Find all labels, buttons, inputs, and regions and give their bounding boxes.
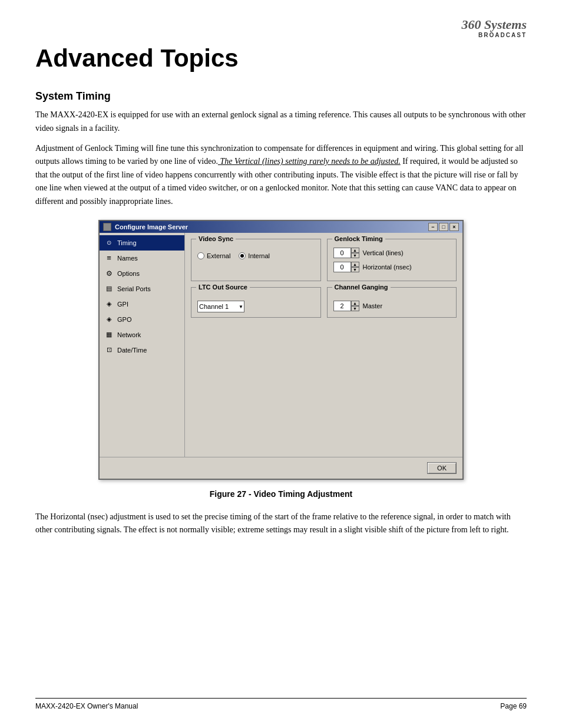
dialog-footer: OK: [100, 457, 462, 479]
nav-item-serial-ports[interactable]: Serial Ports: [100, 281, 184, 297]
vertical-input[interactable]: [333, 248, 351, 258]
nav-label-names: Names: [117, 255, 138, 262]
dialog-body: Timing Names Options Serial Ports GPI: [100, 233, 462, 457]
horizontal-spin-buttons[interactable]: ▲ ▼: [351, 262, 359, 272]
video-sync-panel: Video Sync External Internal: [191, 239, 321, 281]
gpo-icon: [104, 315, 114, 324]
minimize-button[interactable]: −: [428, 223, 438, 231]
vertical-label: Vertical (lines): [363, 249, 404, 256]
vertical-up-btn[interactable]: ▲: [351, 248, 359, 253]
nav-label-gpo: GPO: [117, 316, 131, 323]
serial-icon: [104, 284, 114, 294]
footer-right: Page 69: [500, 702, 527, 710]
page-footer: MAXX-2420-EX Owner's Manual Page 69: [35, 698, 527, 710]
page-title: Advanced Topics: [35, 44, 527, 73]
nav-item-options[interactable]: Options: [100, 266, 184, 281]
nav-item-datetime[interactable]: Date/Time: [100, 342, 184, 358]
internal-label: Internal: [248, 252, 270, 259]
top-row-panels: Video Sync External Internal: [191, 239, 457, 281]
maximize-button[interactable]: □: [439, 223, 448, 231]
nav-item-timing[interactable]: Timing: [100, 235, 184, 251]
options-icon: [104, 269, 114, 278]
nav-label-serial: Serial Ports: [117, 285, 151, 292]
section-heading: System Timing: [35, 90, 527, 103]
dialog-titlebar: Configure Image Server − □ ×: [100, 221, 462, 233]
horizontal-nsec-row: ▲ ▼ Horizontal (nsec): [333, 262, 451, 272]
nav-item-gpi[interactable]: GPI: [100, 297, 184, 312]
bottom-row-panels: LTC Out Source Channel 1 Channel 2 ▼: [191, 287, 457, 318]
gang-spinbox[interactable]: ▲ ▼: [333, 301, 359, 311]
dialog-container: Configure Image Server − □ × Timing Name…: [35, 220, 527, 480]
nav-item-names[interactable]: Names: [100, 251, 184, 266]
channel-ganging-panel: Channel Ganging ▲ ▼ Master: [327, 287, 457, 318]
ganging-legend: Channel Ganging: [332, 284, 391, 291]
dialog-title: Configure Image Server: [115, 223, 188, 230]
genlock-legend: Genlock Timing: [332, 235, 385, 242]
dialog-nav: Timing Names Options Serial Ports GPI: [100, 233, 185, 457]
gang-spin-buttons[interactable]: ▲ ▼: [351, 301, 359, 311]
channel-select[interactable]: Channel 1 Channel 2: [197, 301, 244, 312]
video-sync-legend: Video Sync: [196, 235, 236, 242]
network-icon: [104, 330, 114, 340]
vertical-lines-row: ▲ ▼ Vertical (lines): [333, 248, 451, 258]
horizontal-up-btn[interactable]: ▲: [351, 262, 359, 267]
logo: 360 Systems BROADCAST: [461, 18, 527, 38]
close-button[interactable]: ×: [449, 223, 459, 231]
internal-radio[interactable]: [239, 252, 246, 259]
datetime-icon: [104, 345, 114, 355]
body-paragraph-2: Adjustment of Genlock Timing will fine t…: [35, 142, 527, 208]
names-icon: [104, 253, 114, 263]
content-spacer: [191, 324, 457, 451]
gang-input[interactable]: [333, 301, 351, 311]
dialog-window: Configure Image Server − □ × Timing Name…: [98, 220, 464, 480]
logo-text: 360 Systems: [461, 18, 527, 32]
gpi-icon: [104, 299, 114, 309]
footer-left: MAXX-2420-EX Owner's Manual: [35, 702, 138, 710]
horizontal-down-btn[interactable]: ▼: [351, 267, 359, 272]
nav-item-network[interactable]: Network: [100, 327, 184, 342]
radio-internal[interactable]: Internal: [239, 252, 270, 259]
titlebar-left: Configure Image Server: [103, 223, 188, 231]
nav-label-options: Options: [117, 270, 140, 277]
master-label: Master: [363, 302, 383, 309]
horizontal-input[interactable]: [333, 262, 351, 272]
figure-caption: Figure 27 - Video Timing Adjustment: [35, 489, 527, 499]
channel-gang-row: ▲ ▼ Master: [333, 301, 451, 311]
dialog-icon: [103, 223, 111, 231]
timing-icon: [104, 238, 114, 248]
nav-label-timing: Timing: [117, 239, 137, 246]
gang-up-btn[interactable]: ▲: [351, 301, 359, 306]
vertical-spinbox[interactable]: ▲ ▼: [333, 248, 359, 258]
external-radio[interactable]: [197, 252, 204, 259]
page-header: 360 Systems BROADCAST: [35, 18, 527, 38]
italic-underline-text: The Vertical (lines) setting rarely need…: [218, 157, 401, 166]
nav-item-gpo[interactable]: GPO: [100, 312, 184, 327]
channel-select-wrapper[interactable]: Channel 1 Channel 2 ▼: [197, 301, 244, 312]
body-paragraph-1: The MAXX-2420-EX is equipped for use wit…: [35, 108, 527, 135]
ltc-legend: LTC Out Source: [196, 284, 250, 291]
horizontal-spinbox[interactable]: ▲ ▼: [333, 262, 359, 272]
logo-broadcast: BROADCAST: [461, 32, 527, 38]
ok-button[interactable]: OK: [427, 462, 457, 474]
vertical-spin-buttons[interactable]: ▲ ▼: [351, 248, 359, 258]
vertical-down-btn[interactable]: ▼: [351, 253, 359, 258]
nav-label-network: Network: [117, 331, 141, 338]
nav-label-datetime: Date/Time: [117, 347, 147, 354]
video-sync-options: External Internal: [197, 252, 315, 259]
dialog-content: Video Sync External Internal: [185, 233, 462, 457]
ltc-select-row: Channel 1 Channel 2 ▼: [197, 301, 315, 312]
ltc-source-panel: LTC Out Source Channel 1 Channel 2 ▼: [191, 287, 321, 318]
horizontal-label: Horizontal (nsec): [363, 263, 412, 271]
radio-external[interactable]: External: [197, 252, 230, 259]
external-label: External: [207, 252, 230, 259]
genlock-timing-panel: Genlock Timing ▲ ▼ Vertical (lines): [327, 239, 457, 281]
after-text: The Horizontal (nsec) adjustment is used…: [35, 510, 527, 537]
titlebar-buttons[interactable]: − □ ×: [428, 223, 459, 231]
gang-down-btn[interactable]: ▼: [351, 306, 359, 311]
nav-label-gpi: GPI: [117, 301, 128, 308]
